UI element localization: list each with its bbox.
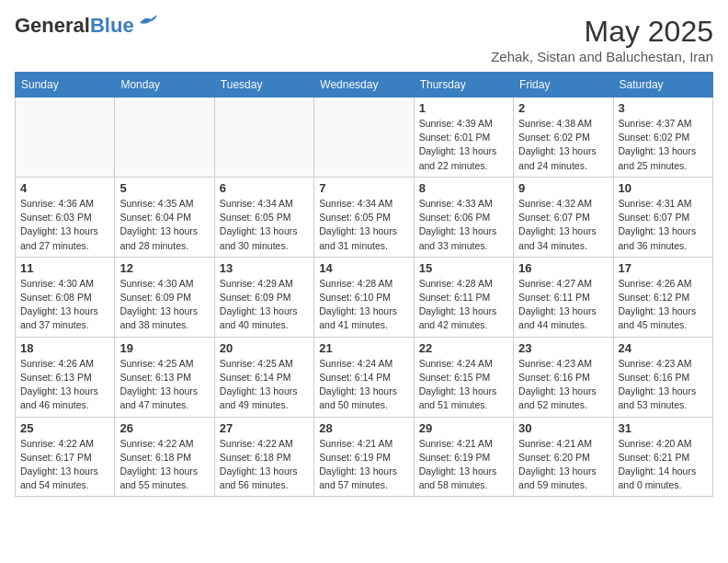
calendar-day-cell: 4Sunrise: 4:36 AM Sunset: 6:03 PM Daylig…	[16, 177, 115, 257]
day-number: 24	[619, 341, 708, 355]
calendar-day-cell: 9Sunrise: 4:32 AM Sunset: 6:07 PM Daylig…	[514, 177, 613, 257]
calendar-day-cell	[115, 98, 214, 178]
day-number: 25	[20, 421, 109, 435]
calendar-col-header: Saturday	[613, 73, 712, 98]
day-number: 11	[20, 261, 109, 275]
calendar-day-cell: 21Sunrise: 4:24 AM Sunset: 6:14 PM Dayli…	[314, 337, 414, 417]
calendar-week-row: 4Sunrise: 4:36 AM Sunset: 6:03 PM Daylig…	[16, 177, 713, 257]
day-info: Sunrise: 4:24 AM Sunset: 6:14 PM Dayligh…	[319, 357, 408, 413]
day-info: Sunrise: 4:36 AM Sunset: 6:03 PM Dayligh…	[20, 197, 109, 253]
day-number: 29	[419, 421, 508, 435]
day-info: Sunrise: 4:25 AM Sunset: 6:14 PM Dayligh…	[220, 357, 309, 413]
calendar-day-cell: 17Sunrise: 4:26 AM Sunset: 6:12 PM Dayli…	[613, 257, 712, 337]
calendar-col-header: Thursday	[414, 73, 513, 98]
day-info: Sunrise: 4:23 AM Sunset: 6:16 PM Dayligh…	[518, 357, 608, 413]
day-number: 5	[119, 181, 209, 195]
day-info: Sunrise: 4:23 AM Sunset: 6:16 PM Dayligh…	[619, 357, 708, 413]
day-info: Sunrise: 4:21 AM Sunset: 6:19 PM Dayligh…	[419, 437, 508, 493]
calendar-day-cell: 8Sunrise: 4:33 AM Sunset: 6:06 PM Daylig…	[414, 177, 513, 257]
calendar-day-cell: 13Sunrise: 4:29 AM Sunset: 6:09 PM Dayli…	[214, 257, 313, 337]
logo-text: GeneralBlue	[15, 15, 134, 37]
calendar-day-cell: 1Sunrise: 4:39 AM Sunset: 6:01 PM Daylig…	[414, 98, 513, 178]
calendar-day-cell: 5Sunrise: 4:35 AM Sunset: 6:04 PM Daylig…	[115, 177, 214, 257]
calendar-day-cell: 27Sunrise: 4:22 AM Sunset: 6:18 PM Dayli…	[214, 417, 313, 497]
day-info: Sunrise: 4:30 AM Sunset: 6:08 PM Dayligh…	[20, 277, 109, 333]
day-number: 26	[119, 421, 209, 435]
day-number: 3	[619, 101, 708, 115]
day-number: 14	[319, 261, 408, 275]
day-number: 2	[518, 101, 608, 115]
calendar-day-cell	[314, 98, 414, 178]
day-number: 27	[220, 421, 309, 435]
day-info: Sunrise: 4:25 AM Sunset: 6:13 PM Dayligh…	[119, 357, 209, 413]
day-number: 16	[518, 261, 608, 275]
day-info: Sunrise: 4:26 AM Sunset: 6:12 PM Dayligh…	[619, 277, 708, 333]
calendar-day-cell: 3Sunrise: 4:37 AM Sunset: 6:02 PM Daylig…	[613, 98, 712, 178]
calendar-week-row: 25Sunrise: 4:22 AM Sunset: 6:17 PM Dayli…	[16, 417, 713, 497]
calendar-day-cell: 26Sunrise: 4:22 AM Sunset: 6:18 PM Dayli…	[115, 417, 214, 497]
day-number: 28	[319, 421, 408, 435]
calendar-day-cell: 25Sunrise: 4:22 AM Sunset: 6:17 PM Dayli…	[16, 417, 115, 497]
day-info: Sunrise: 4:38 AM Sunset: 6:02 PM Dayligh…	[518, 117, 608, 173]
day-number: 17	[619, 261, 708, 275]
day-number: 31	[619, 421, 708, 435]
day-info: Sunrise: 4:37 AM Sunset: 6:02 PM Dayligh…	[619, 117, 708, 173]
day-info: Sunrise: 4:34 AM Sunset: 6:05 PM Dayligh…	[220, 197, 309, 253]
day-info: Sunrise: 4:26 AM Sunset: 6:13 PM Dayligh…	[20, 357, 109, 413]
calendar-day-cell	[16, 98, 115, 178]
calendar-day-cell: 22Sunrise: 4:24 AM Sunset: 6:15 PM Dayli…	[414, 337, 513, 417]
calendar-day-cell: 15Sunrise: 4:28 AM Sunset: 6:11 PM Dayli…	[414, 257, 513, 337]
title-block: May 2025 Zehak, Sistan and Baluchestan, …	[491, 15, 713, 64]
day-info: Sunrise: 4:31 AM Sunset: 6:07 PM Dayligh…	[619, 197, 708, 253]
calendar-day-cell: 11Sunrise: 4:30 AM Sunset: 6:08 PM Dayli…	[16, 257, 115, 337]
calendar-week-row: 1Sunrise: 4:39 AM Sunset: 6:01 PM Daylig…	[16, 98, 713, 178]
calendar-day-cell: 29Sunrise: 4:21 AM Sunset: 6:19 PM Dayli…	[414, 417, 513, 497]
day-number: 4	[20, 181, 109, 195]
day-info: Sunrise: 4:34 AM Sunset: 6:05 PM Dayligh…	[319, 197, 408, 253]
logo-bird-icon	[138, 14, 158, 30]
day-info: Sunrise: 4:22 AM Sunset: 6:18 PM Dayligh…	[220, 437, 309, 493]
calendar-day-cell: 14Sunrise: 4:28 AM Sunset: 6:10 PM Dayli…	[314, 257, 414, 337]
day-info: Sunrise: 4:22 AM Sunset: 6:17 PM Dayligh…	[20, 437, 109, 493]
day-info: Sunrise: 4:24 AM Sunset: 6:15 PM Dayligh…	[419, 357, 508, 413]
day-number: 18	[20, 341, 109, 355]
day-info: Sunrise: 4:28 AM Sunset: 6:11 PM Dayligh…	[419, 277, 508, 333]
calendar-header-row: SundayMondayTuesdayWednesdayThursdayFrid…	[16, 73, 713, 98]
calendar-day-cell: 30Sunrise: 4:21 AM Sunset: 6:20 PM Dayli…	[514, 417, 613, 497]
calendar-day-cell: 7Sunrise: 4:34 AM Sunset: 6:05 PM Daylig…	[314, 177, 414, 257]
day-info: Sunrise: 4:29 AM Sunset: 6:09 PM Dayligh…	[220, 277, 309, 333]
day-info: Sunrise: 4:28 AM Sunset: 6:10 PM Dayligh…	[319, 277, 408, 333]
calendar-week-row: 11Sunrise: 4:30 AM Sunset: 6:08 PM Dayli…	[16, 257, 713, 337]
calendar-day-cell: 28Sunrise: 4:21 AM Sunset: 6:19 PM Dayli…	[314, 417, 414, 497]
calendar-col-header: Monday	[115, 73, 214, 98]
calendar-day-cell: 2Sunrise: 4:38 AM Sunset: 6:02 PM Daylig…	[514, 98, 613, 178]
day-info: Sunrise: 4:21 AM Sunset: 6:19 PM Dayligh…	[319, 437, 408, 493]
day-info: Sunrise: 4:33 AM Sunset: 6:06 PM Dayligh…	[419, 197, 508, 253]
month-title: May 2025	[491, 15, 713, 49]
calendar-day-cell: 23Sunrise: 4:23 AM Sunset: 6:16 PM Dayli…	[514, 337, 613, 417]
day-number: 30	[518, 421, 608, 435]
day-info: Sunrise: 4:21 AM Sunset: 6:20 PM Dayligh…	[518, 437, 608, 493]
calendar-col-header: Tuesday	[214, 73, 313, 98]
day-number: 22	[419, 341, 508, 355]
logo: GeneralBlue	[15, 15, 158, 37]
day-info: Sunrise: 4:27 AM Sunset: 6:11 PM Dayligh…	[518, 277, 608, 333]
calendar-day-cell: 20Sunrise: 4:25 AM Sunset: 6:14 PM Dayli…	[214, 337, 313, 417]
calendar-day-cell: 12Sunrise: 4:30 AM Sunset: 6:09 PM Dayli…	[115, 257, 214, 337]
day-number: 1	[419, 101, 508, 115]
calendar-day-cell: 18Sunrise: 4:26 AM Sunset: 6:13 PM Dayli…	[16, 337, 115, 417]
day-number: 10	[619, 181, 708, 195]
calendar-table: SundayMondayTuesdayWednesdayThursdayFrid…	[15, 72, 713, 497]
day-info: Sunrise: 4:30 AM Sunset: 6:09 PM Dayligh…	[119, 277, 209, 333]
day-info: Sunrise: 4:22 AM Sunset: 6:18 PM Dayligh…	[119, 437, 209, 493]
day-number: 21	[319, 341, 408, 355]
day-number: 8	[419, 181, 508, 195]
location: Zehak, Sistan and Baluchestan, Iran	[491, 49, 713, 64]
calendar-day-cell	[214, 98, 313, 178]
calendar-day-cell: 16Sunrise: 4:27 AM Sunset: 6:11 PM Dayli…	[514, 257, 613, 337]
day-info: Sunrise: 4:20 AM Sunset: 6:21 PM Dayligh…	[619, 437, 708, 493]
calendar-col-header: Friday	[514, 73, 613, 98]
day-number: 6	[220, 181, 309, 195]
calendar-day-cell: 6Sunrise: 4:34 AM Sunset: 6:05 PM Daylig…	[214, 177, 313, 257]
day-number: 15	[419, 261, 508, 275]
